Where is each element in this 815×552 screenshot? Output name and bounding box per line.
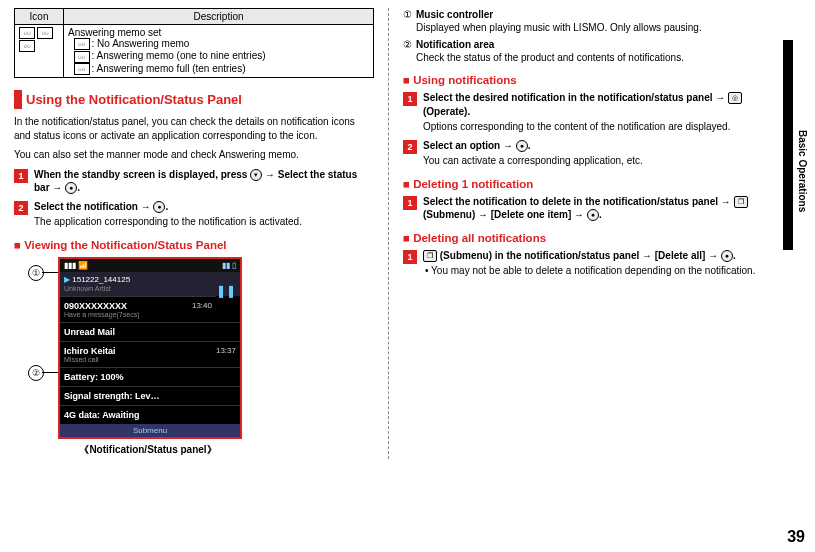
th-desc: Description (64, 9, 374, 25)
delall-note-text: You may not be able to delete a notifica… (431, 265, 755, 276)
r0-time: 13:40 (192, 301, 212, 318)
r0-t: 090XXXXXXXX (64, 301, 127, 311)
r3-t: Battery: 100% (64, 372, 124, 382)
del1-c: . (599, 209, 602, 220)
using-s1-sub: Options corresponding to the content of … (423, 120, 763, 134)
memo-icon-fb: ○○ (74, 63, 90, 75)
center-key-icon-2: ● (153, 201, 165, 213)
using-s2a: Select an option → (423, 140, 516, 151)
heading-using: Using notifications (403, 74, 763, 86)
del1-step-num: 1 (403, 196, 417, 210)
callout-1: ① (28, 265, 44, 281)
step2-sub: The application corresponding to the not… (34, 215, 374, 229)
desc-line2: : Answering memo (one to nine entries) (92, 50, 266, 61)
memo-icon-nb: ○○ (74, 51, 90, 63)
delall-a: (Submenu) in the notification/status pan… (437, 250, 721, 261)
memo-icon-n: ○○ (37, 27, 53, 39)
notif-row-1: Unread Mail (60, 322, 240, 341)
p2: You can also set the manner mode and che… (14, 148, 374, 162)
phone-screen: ▮▮▮ 📶 ▮▮ ▯ ▶ 151222_144125 Unknown Artis… (58, 257, 242, 439)
step1-text-a: When the standby screen is displayed, pr… (34, 169, 250, 180)
step2-text-a: Select the notification → (34, 201, 153, 212)
center-key-icon-3: ● (516, 140, 528, 152)
heading-delall: Deleting all notifications (403, 232, 763, 244)
del1-b: (Submenu) → [Delete one item] → (423, 209, 587, 220)
delall-note: • You may not be able to delete a notifi… (423, 264, 763, 278)
music-controller-row: ▶ 151222_144125 Unknown Artist ❚❚ (60, 272, 240, 296)
p1: In the notification/status panel, you ca… (14, 115, 374, 142)
callout-line-2 (42, 372, 58, 373)
page-number: 39 (787, 528, 805, 546)
item-1-title: Music controller (416, 9, 493, 20)
center-key-icon: ● (65, 182, 77, 194)
item-1-num: ① (403, 8, 412, 34)
item-2: ② Notification area Check the status of … (403, 38, 763, 64)
icon-cell: ○○○○ ○○ (15, 25, 64, 78)
phone-statusbar: ▮▮▮ 📶 ▮▮ ▯ (60, 259, 240, 272)
desc-line1: : No Answering memo (92, 38, 190, 49)
down-key-icon: ▾ (250, 169, 262, 181)
operate-key-icon: ◎ (728, 92, 742, 104)
notif-row-2: Ichiro KeitaiMissed call13:37 (60, 341, 240, 367)
using-s1b: (Operate). (423, 106, 470, 117)
play-icon: ▶ (64, 275, 72, 284)
r4-t: Signal strength: Lev… (64, 391, 160, 401)
notif-row-0: 090XXXXXXXXHave a message(7secs)13:40 (60, 296, 216, 322)
notif-row-4: Signal strength: Lev… (60, 386, 240, 405)
r1-t: Unread Mail (64, 327, 115, 337)
step-num-2: 2 (14, 201, 28, 215)
item-2-desc: Check the status of the product and cont… (416, 52, 684, 63)
delall-step-num: 1 (403, 250, 417, 264)
right-column: ① Music controller Displayed when playin… (403, 8, 763, 459)
heading-del1: Deleting 1 notification (403, 178, 763, 190)
memo-icon-0: ○○ (19, 27, 35, 39)
del1-step-1: 1 Select the notification to delete in t… (403, 195, 763, 222)
left-column: Icon Description ○○○○ ○○ Answering memo … (14, 8, 374, 459)
th-icon: Icon (15, 9, 64, 25)
icon-table: Icon Description ○○○○ ○○ Answering memo … (14, 8, 374, 78)
r2-t: Ichiro Keitai (64, 346, 116, 356)
heading-notif-panel: Using the Notification/Status Panel (14, 90, 374, 109)
track-title: 151222_144125 (72, 275, 130, 284)
r2-time: 13:37 (216, 346, 236, 363)
phone-figure: ① ② ▮▮▮ 📶 ▮▮ ▯ ▶ 151222_144125 Unknown A… (58, 257, 238, 457)
r0-s: Have a message(7secs) (64, 311, 139, 318)
item-2-num: ② (403, 38, 412, 64)
battery-icon: ▮▮ ▯ (222, 261, 236, 270)
using-step-2: 2 Select an option → ●. You can activate… (403, 139, 763, 168)
heading-viewing: Viewing the Notification/Status Panel (14, 239, 374, 251)
softkey-submenu: Submenu (60, 424, 240, 437)
step2-text-b: . (165, 201, 168, 212)
submenu-key-icon: ❐ (734, 196, 748, 208)
desc-cell: Answering memo set ○○: No Answering memo… (64, 25, 374, 78)
step1-text-c: . (77, 182, 80, 193)
memo-icon-0b: ○○ (74, 38, 90, 50)
item-1-desc: Displayed when playing music with LISMO.… (416, 22, 702, 33)
callout-2: ② (28, 365, 44, 381)
memo-icon-full: ○○ (19, 40, 35, 52)
delall-step-1: 1 ❐ (Submenu) in the notification/status… (403, 249, 763, 278)
desc-line3: : Answering memo full (ten entries) (92, 63, 246, 74)
using-step-num-1: 1 (403, 92, 417, 106)
del1-a: Select the notification to delete in the… (423, 196, 734, 207)
track-artist: Unknown Artist (64, 285, 111, 292)
step-num-1: 1 (14, 169, 28, 183)
center-key-icon-4: ● (587, 209, 599, 221)
notif-row-3: Battery: 100% (60, 367, 240, 386)
using-s1a: Select the desired notification in the n… (423, 92, 728, 103)
using-step-1: 1 Select the desired notification in the… (403, 91, 763, 134)
callout-line-1 (42, 272, 58, 273)
using-s2b: . (528, 140, 531, 151)
using-s2-sub: You can activate a corresponding applica… (423, 154, 763, 168)
r2-s: Missed call (64, 356, 116, 363)
center-key-icon-5: ● (721, 250, 733, 262)
notif-row-5: 4G data: Awaiting (60, 405, 240, 424)
delall-b: . (733, 250, 736, 261)
submenu-key-icon-2: ❐ (423, 250, 437, 262)
signal-icon: ▮▮▮ 📶 (64, 261, 88, 270)
desc-title: Answering memo set (68, 27, 161, 38)
column-divider (388, 8, 389, 459)
r5-t: 4G data: Awaiting (64, 410, 140, 420)
item-2-title: Notification area (416, 39, 494, 50)
step-2: 2 Select the notification → ●. The appli… (14, 200, 374, 229)
